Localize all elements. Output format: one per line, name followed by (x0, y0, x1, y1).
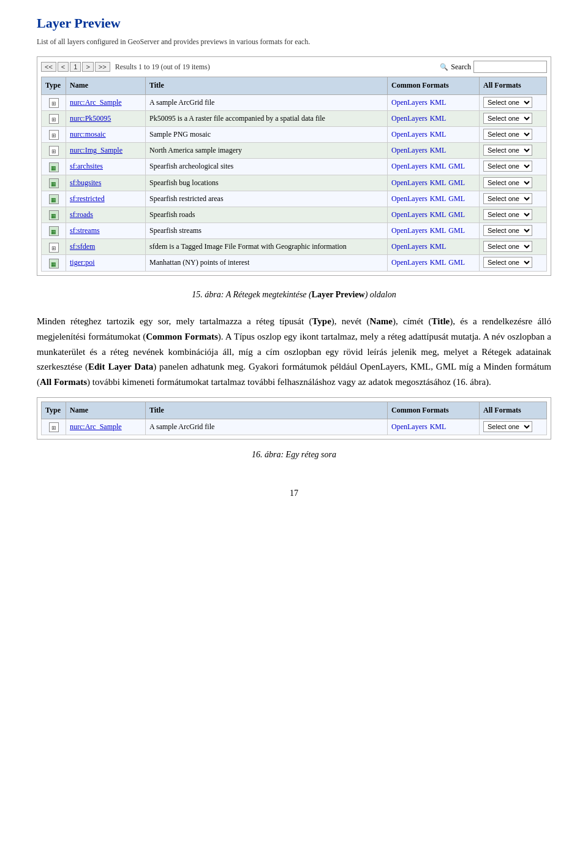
first-page-button[interactable]: << (41, 62, 56, 72)
format-link[interactable]: OpenLayers (391, 114, 428, 123)
cell-all-formats[interactable]: Select one (480, 419, 547, 435)
layer-name-link[interactable]: sf:sfdem (70, 242, 95, 251)
format-link[interactable]: KML (430, 146, 447, 154)
format-link[interactable]: OpenLayers (391, 226, 428, 235)
cell-all-formats[interactable]: Select one (480, 143, 547, 159)
layer-name-link[interactable]: nurc:Pk50095 (70, 114, 111, 123)
all-formats-select[interactable]: Select one (483, 145, 532, 156)
cell-all-formats[interactable]: Select one (480, 223, 547, 239)
all-formats-select[interactable]: Select one (483, 129, 532, 140)
table-row: ▦sf:bugsitesSpearfish bug locationsOpenL… (42, 175, 547, 191)
format-link[interactable]: OpenLayers (391, 258, 428, 267)
layer-name-link[interactable]: sf:archsites (70, 162, 103, 170)
layer-name-link[interactable]: sf:bugsites (70, 178, 101, 187)
last-page-button[interactable]: >> (95, 62, 110, 72)
cell-type: ▦ (42, 207, 66, 223)
cell-name[interactable]: nurc:mosaic (66, 126, 146, 142)
all-formats-select[interactable]: Select one (483, 421, 532, 432)
format-link[interactable]: GML (448, 258, 465, 267)
type-icon: ▦ (49, 210, 59, 220)
cell-name[interactable]: nurc:Img_Sample (66, 143, 146, 159)
layer-name-link[interactable]: tiger:poi (70, 258, 95, 267)
col-title: Title (146, 77, 388, 94)
layer-name-link[interactable]: nurc:Arc_Sample (70, 98, 122, 107)
cell-all-formats[interactable]: Select one (480, 255, 547, 271)
format-link[interactable]: OpenLayers (391, 98, 428, 107)
format-link[interactable]: OpenLayers (391, 146, 428, 154)
format-link[interactable]: GML (448, 162, 465, 170)
cell-name[interactable]: sf:bugsites (66, 175, 146, 191)
table-header-row: Type Name Title Common Formats All Forma… (42, 77, 547, 94)
cell-type: ⊞ (42, 110, 66, 126)
format-link[interactable]: OpenLayers (391, 194, 428, 203)
cell-all-formats[interactable]: Select one (480, 175, 547, 191)
format-link[interactable]: KML (430, 178, 447, 187)
all-formats-select[interactable]: Select one (483, 241, 532, 252)
prev-page-button[interactable]: < (58, 62, 69, 72)
all-formats-select[interactable]: Select one (483, 161, 532, 172)
single-row-section: Type Name Title Common Formats All Forma… (37, 397, 551, 440)
cell-name[interactable]: sf:roads (66, 207, 146, 223)
cell-title: Spearfish bug locations (146, 175, 388, 191)
cell-all-formats[interactable]: Select one (480, 126, 547, 142)
format-link[interactable]: OpenLayers (391, 242, 428, 251)
all-formats-select[interactable]: Select one (483, 225, 532, 236)
page-number-button[interactable]: 1 (70, 62, 81, 72)
format-link[interactable]: GML (448, 226, 465, 235)
cell-all-formats[interactable]: Select one (480, 110, 547, 126)
format-link[interactable]: GML (448, 194, 465, 203)
layer-name-link[interactable]: sf:streams (70, 226, 100, 235)
next-page-button[interactable]: > (82, 62, 93, 72)
all-formats-select[interactable]: Select one (483, 193, 532, 204)
cell-name[interactable]: nurc:Arc_Sample (66, 94, 146, 110)
format-link[interactable]: OpenLayers (391, 210, 428, 219)
layer-name-link[interactable]: sf:restricted (70, 194, 105, 203)
cell-name[interactable]: sf:streams (66, 223, 146, 239)
all-formats-select[interactable]: Select one (483, 97, 532, 108)
all-formats-select[interactable]: Select one (483, 209, 532, 220)
pagination-controls: << < 1 > >> Results 1 to 19 (out of 19 i… (41, 61, 210, 73)
format-link[interactable]: KML (430, 210, 447, 219)
format-link[interactable]: KML (430, 422, 447, 431)
layer-name-link[interactable]: sf:roads (70, 210, 93, 219)
layer-preview-section: << < 1 > >> Results 1 to 19 (out of 19 i… (37, 56, 551, 275)
cell-all-formats[interactable]: Select one (480, 207, 547, 223)
layer-name-link[interactable]: nurc:Arc_Sample (70, 422, 122, 431)
cell-type: ⊞ (42, 419, 66, 435)
cell-title: A sample ArcGrid file (146, 419, 388, 435)
format-link[interactable]: KML (430, 242, 447, 251)
format-link[interactable]: OpenLayers (391, 422, 428, 431)
search-input[interactable] (473, 61, 547, 73)
format-link[interactable]: KML (430, 226, 447, 235)
format-link[interactable]: GML (448, 178, 465, 187)
layer-name-link[interactable]: nurc:Img_Sample (70, 146, 123, 154)
all-formats-select[interactable]: Select one (483, 257, 532, 268)
all-formats-select[interactable]: Select one (483, 113, 532, 124)
cell-name[interactable]: nurc:Arc_Sample (66, 419, 146, 435)
cell-name[interactable]: tiger:poi (66, 255, 146, 271)
cell-name[interactable]: sf:archsites (66, 159, 146, 175)
format-link[interactable]: OpenLayers (391, 178, 428, 187)
cell-all-formats[interactable]: Select one (480, 191, 547, 207)
cell-name[interactable]: nurc:Pk50095 (66, 110, 146, 126)
layer-name-link[interactable]: nurc:mosaic (70, 130, 106, 139)
format-link[interactable]: KML (430, 194, 447, 203)
cell-name[interactable]: sf:sfdem (66, 239, 146, 255)
cell-all-formats[interactable]: Select one (480, 239, 547, 255)
table-row: ▦tiger:poiManhattan (NY) points of inter… (42, 255, 547, 271)
format-link[interactable]: KML (430, 130, 447, 139)
cell-all-formats[interactable]: Select one (480, 159, 547, 175)
format-link[interactable]: OpenLayers (391, 130, 428, 139)
cell-common-formats: OpenLayersKMLGML (388, 255, 480, 271)
format-link[interactable]: GML (448, 210, 465, 219)
all-formats-select[interactable]: Select one (483, 177, 532, 188)
table-row: ⊞nurc:Pk50095Pk50095 is a A raster file … (42, 110, 547, 126)
format-link[interactable]: KML (430, 114, 447, 123)
format-link[interactable]: OpenLayers (391, 162, 428, 170)
cell-all-formats[interactable]: Select one (480, 94, 547, 110)
format-link[interactable]: KML (430, 162, 447, 170)
format-link[interactable]: KML (430, 258, 447, 267)
format-link[interactable]: KML (430, 98, 447, 107)
figure2-caption: 16. ábra: Egy réteg sora (37, 448, 551, 462)
cell-name[interactable]: sf:restricted (66, 191, 146, 207)
